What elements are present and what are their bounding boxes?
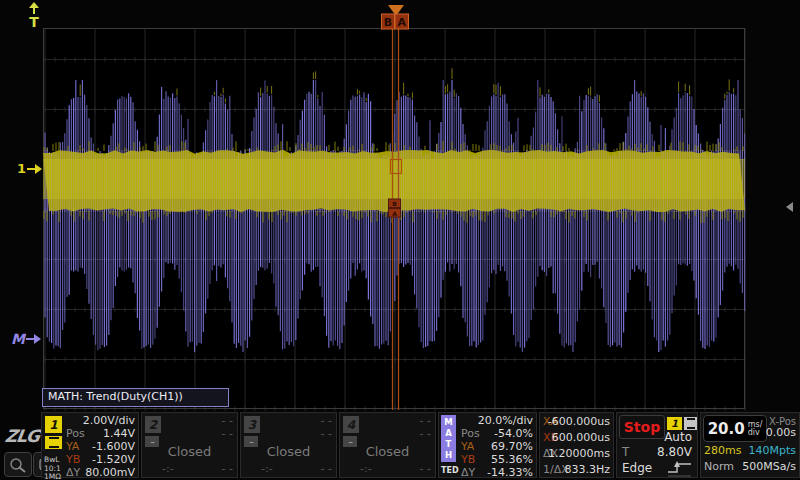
xa-value: -600.000us xyxy=(548,416,610,428)
ch1-coupling-badge[interactable] xyxy=(45,436,62,449)
ch1-pos-label: Pos xyxy=(66,428,85,440)
up-arrow-icon xyxy=(27,2,41,14)
channel4-panel[interactable]: 4 – - - - - Closed -:- - - xyxy=(339,412,436,478)
trigger-mode[interactable]: Auto xyxy=(664,431,692,443)
pointer-icon xyxy=(9,457,27,473)
timebase-scale-box[interactable]: 20.0 ms/div xyxy=(703,415,767,442)
ch2-badge[interactable]: 2 xyxy=(145,416,161,433)
xb-value: 600.000us xyxy=(552,432,610,444)
trigger-source-badge[interactable]: 1 xyxy=(667,417,682,430)
ch3-status: Closed xyxy=(241,444,336,459)
trigger-panel[interactable]: Stop 1 Auto T 8.80V Edge xyxy=(616,412,698,478)
cursor-a-mid-label: A xyxy=(392,210,397,217)
timebase-unit: ms/div xyxy=(748,421,763,437)
ch1-scale: 2.00V/div xyxy=(83,415,135,427)
math-yb-label: YB xyxy=(461,454,475,466)
math-pos-value: -54.0% xyxy=(494,428,533,440)
rising-edge-icon xyxy=(667,460,693,477)
cursor-readout-panel: XA -600.000us XB 600.000us ΔX 1.20000ms … xyxy=(539,412,614,478)
ch1-yb-value: -1.520V xyxy=(92,454,135,466)
right-arrow-icon xyxy=(26,333,41,345)
sample-rate: 500MSa/s xyxy=(742,461,796,473)
trigger-level-label: T xyxy=(622,446,629,458)
math-ya-value: 69.70% xyxy=(491,441,533,453)
trigger-level-value: 8.80V xyxy=(657,446,692,458)
ch3-dash: -:- xyxy=(261,463,273,475)
ch4-dash: - - xyxy=(420,415,431,427)
xpos-value: 0.00s xyxy=(766,427,796,439)
ch1-dy-label: ΔY xyxy=(66,467,80,479)
ch2-dash: - - xyxy=(222,463,233,475)
ch3-dash: - - xyxy=(321,463,332,475)
ch1-pos-value: 1.44V xyxy=(103,428,135,440)
cursor-a-handle-label: A xyxy=(398,16,407,29)
ch4-badge[interactable]: 4 xyxy=(343,416,359,433)
trigger-coupling-badge[interactable] xyxy=(684,417,697,430)
math-ted-label: TED xyxy=(441,465,459,477)
channel3-panel[interactable]: 3 – - - - - Closed -:- - - xyxy=(240,412,337,478)
trigger-marker-letter: T xyxy=(25,16,43,29)
math-dy-label: ΔY xyxy=(461,467,475,479)
ch1-position-marker[interactable]: 1 xyxy=(17,161,42,176)
ch1-impedance: 1MΩ xyxy=(44,471,61,480)
ch4-status: Closed xyxy=(340,444,435,459)
ch2-dash: - - xyxy=(222,428,233,440)
acquire-mode: Norm xyxy=(704,461,734,473)
waveform-display: B A B A xyxy=(0,0,800,480)
timebase-panel[interactable]: 20.0 ms/div X-Pos 0.00s 280ms 140Mpts No… xyxy=(700,412,800,478)
cursor-b-mid-label: B xyxy=(392,200,397,207)
math-ya-label: YA xyxy=(461,441,474,453)
ch2-status: Closed xyxy=(142,444,237,459)
channel1-panel[interactable]: 1 BwL 10:1 1MΩ 2.00V/div Pos 1.44V YA -1… xyxy=(41,412,139,478)
right-edge-level-marker[interactable] xyxy=(786,202,793,212)
math-dy-value: -14.33% xyxy=(487,467,533,479)
trigger-type[interactable]: Edge xyxy=(622,462,652,474)
math-position-marker[interactable]: M xyxy=(11,331,41,347)
record-points: 140Mpts xyxy=(748,445,796,457)
record-time: 280ms xyxy=(704,445,741,457)
math-tab[interactable]: MATH xyxy=(441,415,456,462)
math-panel[interactable]: MATH TED 20.0%/div Pos -54.0% YA 69.70% … xyxy=(438,412,537,478)
touch-gesture-icon[interactable] xyxy=(4,452,32,477)
ch4-dash: - - xyxy=(420,463,431,475)
oscilloscope-screen: B A B A T 1 M MATH: Trend(Duty(CH1) xyxy=(0,0,800,480)
ch1-badge[interactable]: 1 xyxy=(45,416,62,433)
math-marker-label: M xyxy=(11,331,25,347)
dc-coupling-icon xyxy=(49,437,59,448)
math-yb-value: 55.36% xyxy=(491,454,533,466)
channel2-panel[interactable]: 2 – - - - - Closed -:- - - xyxy=(141,412,238,478)
ch1-ya-value: -1.600V xyxy=(92,441,135,453)
math-pos-label: Pos xyxy=(461,428,480,440)
ch3-badge[interactable]: 3 xyxy=(244,416,260,433)
math-function-label: MATH: Trend(Duty(CH1)) xyxy=(42,388,229,407)
trigger-offscreen-marker[interactable]: T xyxy=(25,2,43,29)
ch1-dy-value: 80.00mV xyxy=(85,467,135,479)
inv-dx-value: 833.3Hz xyxy=(564,464,610,476)
ch1-marker-label: 1 xyxy=(17,161,26,176)
ch1-ya-label: YA xyxy=(66,441,79,453)
ch4-dash: -:- xyxy=(360,463,372,475)
right-arrow-icon xyxy=(27,163,42,175)
ch4-dash: - - xyxy=(420,428,431,440)
math-scale: 20.0%/div xyxy=(478,415,533,427)
dx-value: 1.20000ms xyxy=(548,448,610,460)
ch1-yb-label: YB xyxy=(66,454,80,466)
dc-coupling-icon xyxy=(687,418,695,429)
ch3-dash: - - xyxy=(321,428,332,440)
ch3-dash: - - xyxy=(321,415,332,427)
acquisition-state-button[interactable]: Stop xyxy=(619,415,665,439)
ch2-dash: - - xyxy=(222,415,233,427)
ch2-dash: -:- xyxy=(162,463,174,475)
cursor-b-handle-label: B xyxy=(384,16,392,29)
timebase-scale-value: 20.0 xyxy=(708,420,745,438)
